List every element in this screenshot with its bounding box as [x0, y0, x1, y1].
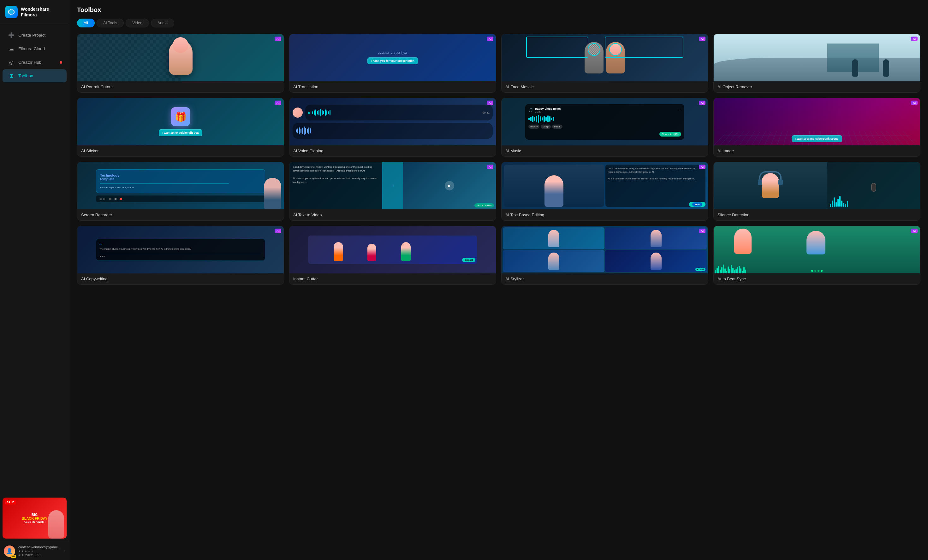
tool-card-ai-music[interactable]: AI 🎵 Happy Vlogs Beats 01:38 ⋯: [501, 98, 708, 157]
ai-badge: AI: [699, 228, 705, 233]
ai-badge: AI: [911, 100, 917, 105]
tool-card-ai-image[interactable]: AI I want a grand cyberpunk scene AI Ima…: [713, 98, 920, 157]
sidebar-nav: ➕ Create Project ☁ Filmora Cloud ◎ Creat…: [0, 24, 69, 495]
tool-card-ai-text-to-video[interactable]: AI Good day everyone! Today, we'll be di…: [289, 162, 496, 221]
sidebar: Wondershare Filmora ➕ Create Project ☁ F…: [0, 0, 69, 560]
image-prompt: I want a grand cyberpunk scene: [792, 135, 842, 142]
tool-label: AI Image: [714, 145, 920, 157]
tool-label: AI Object Remover: [714, 81, 920, 92]
tool-card-ai-sticker[interactable]: AI 🎁 I want an exquisite gift box AI Sti…: [77, 98, 284, 157]
filter-tabs: All AI Tools Video Audio: [77, 18, 920, 27]
music-time: 01:38: [535, 110, 561, 113]
sidebar-item-label: Filmora Cloud: [18, 46, 45, 51]
ai-badge: AI: [699, 37, 705, 41]
sticker-prompt: I want an exquisite gift box: [159, 129, 202, 136]
ai-badge: AI: [911, 37, 917, 41]
tool-label: AI Text Based Editing: [502, 209, 708, 221]
cloud-icon: ☁: [8, 46, 15, 52]
sidebar-item-label: Toolbox: [18, 73, 33, 78]
tool-label: AI Text to Video: [290, 209, 496, 221]
sidebar-item-label: Creator Hub: [18, 60, 42, 65]
tool-card-instant-cutter[interactable]: Export Instant Cutter: [289, 226, 496, 285]
tool-card-ai-stylizer[interactable]: AI Export: [501, 226, 708, 285]
user-email: content.wondores@gmail...: [18, 545, 61, 549]
tool-card-ai-translation[interactable]: AI شكراً لكم على اهتمامكم Thank you for …: [289, 34, 496, 93]
star-2: ★: [21, 549, 24, 553]
music-title: Happy Vlogs Beats: [535, 107, 561, 110]
star-1: ★: [18, 549, 21, 553]
sidebar-item-creator-hub[interactable]: ◎ Creator Hub: [3, 56, 67, 69]
star-5: ★: [31, 549, 34, 553]
text-badge: Text: [689, 202, 705, 207]
tool-card-silence-detection[interactable]: Silence Detection: [713, 162, 920, 221]
music-player: 🎵 Happy Vlogs Beats 01:38 ⋯: [525, 104, 684, 140]
app-logo[interactable]: Wondershare Filmora: [0, 0, 69, 24]
chevron-right-icon: ›: [64, 549, 65, 553]
filter-tab-all[interactable]: All: [77, 18, 95, 27]
sidebar-item-create-project[interactable]: ➕ Create Project: [3, 29, 67, 42]
ai-badge: AI: [699, 100, 705, 105]
ai-badge: AI: [275, 37, 281, 41]
logo-icon: [5, 6, 18, 18]
tool-card-screen-recorder[interactable]: Technology template Data Analytics and I…: [77, 162, 284, 221]
music-tags: Happy Vlogs Beats: [528, 125, 681, 129]
export-badge-stylizer: Export: [695, 268, 705, 271]
hub-icon: ◎: [8, 59, 15, 65]
cyber-scene: I want a grand cyberpunk scene: [714, 98, 920, 145]
sale-badge: SALE: [5, 500, 16, 505]
ai-badge: AI: [911, 228, 917, 233]
user-footer[interactable]: 👤 VIP content.wondores@gmail... ★ ★ ★ ★ …: [0, 542, 69, 560]
star-4: ★: [28, 549, 30, 553]
filter-tab-video[interactable]: Video: [126, 18, 149, 27]
ai-badge: AI: [275, 100, 281, 105]
tool-label: AI Sticker: [77, 145, 284, 157]
tool-card-ai-copywriting[interactable]: AI AI The impact of AI on business: This…: [77, 226, 284, 285]
tool-label: Instant Cutter: [290, 273, 496, 285]
tool-label: AI Music: [502, 145, 708, 157]
tool-label: AI Face Mosaic: [502, 81, 708, 92]
promo-card[interactable]: BIG BLACK FRIDAY ASSETS AWAIT! SALE: [3, 498, 67, 539]
translation-text: Thank you for your subscription: [371, 59, 414, 62]
gift-box: 🎁: [171, 107, 190, 126]
face-box-left: [526, 37, 588, 58]
tool-label: AI Portrait Cutout: [77, 81, 284, 92]
sidebar-item-toolbox[interactable]: ⊞ Toolbox: [3, 69, 67, 82]
tool-card-ai-portrait-cutout[interactable]: AI AI Portrait Cutout: [77, 34, 284, 93]
export-badge: Export: [462, 258, 475, 262]
tool-label: Screen Recorder: [77, 209, 284, 221]
app-name: Wondershare Filmora: [21, 6, 49, 18]
music-waveform: [528, 115, 681, 123]
tool-grid: AI AI Portrait Cutout AI ش: [77, 34, 920, 285]
gift-icon: 🎁: [171, 107, 190, 126]
notification-dot: [60, 61, 62, 64]
create-project-icon: ➕: [8, 32, 15, 38]
sidebar-item-label: Create Project: [18, 33, 46, 38]
toolbox-icon: ⊞: [8, 73, 15, 79]
ai-badge: AI: [699, 164, 705, 169]
tool-card-ai-voice-cloning[interactable]: AI ▶: [289, 98, 496, 157]
ai-badge: AI: [487, 100, 493, 105]
tool-card-ai-text-based-editing[interactable]: AI Good day everyone! Today, we'll be di…: [501, 162, 708, 221]
voice-duration: 00:32: [482, 111, 490, 114]
filter-tab-ai[interactable]: AI Tools: [96, 18, 124, 27]
tool-card-auto-beat-sync[interactable]: AI: [713, 226, 920, 285]
translation-card: Thank you for your subscription: [368, 57, 418, 64]
ai-badge: AI: [275, 228, 281, 233]
user-rating: ★ ★ ★ ★ ★: [18, 549, 61, 553]
sidebar-item-filmora-cloud[interactable]: ☁ Filmora Cloud: [3, 42, 67, 55]
user-credits: AI Credits: 1551: [18, 553, 61, 557]
tool-card-ai-face-mosaic[interactable]: AI AI Face Mosaic: [501, 34, 708, 93]
ai-badge: AI: [487, 164, 493, 169]
filter-tab-audio[interactable]: Audio: [151, 18, 174, 27]
tool-label: Auto Beat Sync: [714, 273, 920, 285]
page-title: Toolbox: [77, 6, 920, 14]
ai-badge: AI: [487, 37, 493, 41]
tool-label: Silence Detection: [714, 209, 920, 221]
tool-card-ai-object-remover[interactable]: AI AI Object Remover: [713, 34, 920, 93]
star-3: ★: [24, 549, 27, 553]
main-content: Toolbox All AI Tools Video Audio AI: [69, 0, 928, 560]
user-info: content.wondores@gmail... ★ ★ ★ ★ ★ AI C…: [18, 545, 61, 557]
vip-badge: VIP: [11, 555, 16, 558]
tool-label: AI Voice Cloning: [290, 145, 496, 157]
avatar: 👤 VIP: [4, 545, 15, 557]
